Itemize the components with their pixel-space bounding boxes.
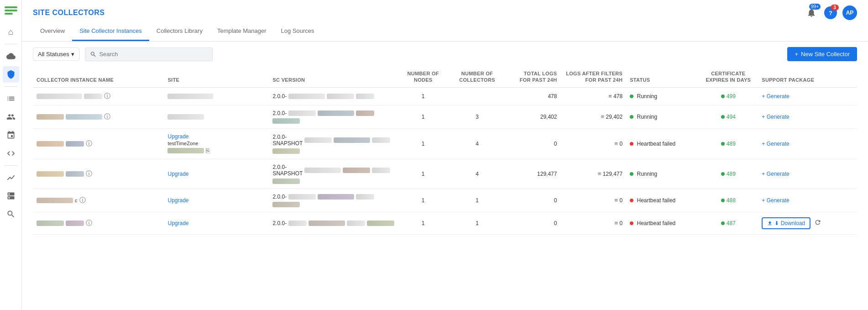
connector-icon[interactable] <box>3 127 19 143</box>
tabs: Overview Site Collector Instances Collec… <box>33 24 857 41</box>
status-dot-running <box>630 95 633 98</box>
code-icon[interactable] <box>3 145 19 162</box>
blurred-name2 <box>66 221 84 226</box>
cell-logs-after: ≡ 29,402 <box>560 105 626 128</box>
home-icon[interactable]: ⌂ <box>3 24 19 40</box>
table-row: ⓘ Upgrade 2.0.0-SNAPSHOT <box>33 159 857 189</box>
cell-collectors: 4 <box>446 159 508 189</box>
cell-name: ⓘ <box>33 105 164 128</box>
download-button[interactable]: ⬇ Download <box>762 217 810 229</box>
search-icon <box>90 51 97 58</box>
refresh-button[interactable] <box>812 217 823 230</box>
version-prefix: 2.0.0-SNAPSHOT <box>272 134 303 147</box>
search-input[interactable] <box>99 51 207 58</box>
help-count: 3 <box>831 5 839 11</box>
copy-icon[interactable]: ⎘ <box>206 147 209 154</box>
blurred-site2 <box>167 148 204 153</box>
version-prefix: 2.0.0- <box>272 93 287 100</box>
generate-button[interactable]: + Generate <box>762 93 853 100</box>
table-row: ⓘ 2.0.0- <box>33 105 857 128</box>
header-actions: 99+ ? 3 AP <box>804 5 857 20</box>
notification-count: 99+ <box>809 4 821 10</box>
cell-status: Running <box>626 105 698 128</box>
info-icon[interactable]: ⓘ <box>86 140 92 148</box>
generate-button[interactable]: + Generate <box>762 141 853 147</box>
col-header-nodes: NUMBER OF NODES <box>400 67 446 87</box>
upgrade-link[interactable]: Upgrade <box>167 171 265 177</box>
table-row: ⓘ 2.0.0- <box>33 87 857 105</box>
activity-icon[interactable] <box>3 169 19 186</box>
toolbar: All Statuses ▾ + New Site Collector <box>22 42 868 67</box>
divider <box>5 86 17 87</box>
database-icon[interactable] <box>3 188 19 204</box>
cell-site <box>164 87 269 105</box>
page-title: SITE COLLECTORS <box>33 9 105 17</box>
blurred-version4 <box>272 148 300 154</box>
cell-collectors: 4 <box>446 128 508 159</box>
search-sidebar-icon[interactable] <box>3 206 19 222</box>
cert-dot <box>721 199 725 202</box>
generate-button[interactable]: + Generate <box>762 171 853 177</box>
info-icon[interactable]: ⓘ <box>79 196 86 205</box>
cell-logs-after: ≡ 0 <box>560 212 626 234</box>
collectors-table: COLLECTOR INSTANCE NAME SITE SC VERSION … <box>33 67 857 235</box>
tab-site-collector-instances[interactable]: Site Collector Instances <box>72 24 149 41</box>
cert-dot <box>721 221 725 225</box>
table-row: c ⓘ Upgrade 2.0.0- <box>33 189 857 212</box>
help-button[interactable]: ? 3 <box>824 6 837 19</box>
blurred-version2 <box>327 94 354 99</box>
cell-logs-after: ≡ 0 <box>560 189 626 212</box>
tab-template-manager[interactable]: Template Manager <box>210 24 274 41</box>
blurred-version4 <box>272 179 300 184</box>
col-header-logs-after: LOGS AFTER FILTERS FOR PAST 24H <box>560 67 626 87</box>
blurred-name2 <box>66 114 102 120</box>
status-dot-failed <box>630 199 633 202</box>
shield-icon[interactable] <box>3 66 19 83</box>
notifications-button[interactable]: 99+ <box>804 5 819 20</box>
cell-collectors: 3 <box>446 105 508 128</box>
new-site-collector-button[interactable]: + New Site Collector <box>787 47 857 61</box>
cloud-icon[interactable] <box>3 48 19 64</box>
table-container: COLLECTOR INSTANCE NAME SITE SC VERSION … <box>22 67 868 310</box>
blurred-name2 <box>66 141 84 147</box>
tab-collectors-library[interactable]: Collectors Library <box>149 24 210 41</box>
upgrade-link[interactable]: Upgrade <box>167 197 265 204</box>
blurred-version2 <box>343 168 370 173</box>
blurred-name <box>37 198 73 203</box>
user-avatar[interactable]: AP <box>842 5 857 20</box>
generate-button[interactable]: + Generate <box>762 197 853 204</box>
blurred-version3 <box>356 94 374 99</box>
cell-version: 2.0.0-SNAPSHOT <box>269 159 400 189</box>
cell-nodes: 1 <box>400 87 446 105</box>
refresh-icon <box>814 219 821 226</box>
search-box <box>85 47 213 61</box>
blurred-version4 <box>367 221 394 226</box>
plus-icon: + <box>795 51 798 58</box>
info-icon[interactable]: ⓘ <box>104 113 110 121</box>
tab-log-sources[interactable]: Log Sources <box>274 24 322 41</box>
upgrade-link[interactable]: Upgrade <box>167 220 265 226</box>
col-header-total-logs: TOTAL LOGS FOR PAST 24H <box>508 67 560 87</box>
info-icon[interactable]: ⓘ <box>86 170 92 178</box>
upgrade-link[interactable]: Upgrade <box>167 133 265 140</box>
cell-name: ⓘ <box>33 212 164 234</box>
cell-name: ⓘ <box>33 87 164 105</box>
table-row: ⓘ Upgrade 2.0.0- <box>33 212 857 234</box>
divider <box>5 165 17 166</box>
blurred-name2 <box>66 171 84 177</box>
cell-support: + Generate <box>758 105 857 128</box>
tab-overview[interactable]: Overview <box>33 24 72 41</box>
version-prefix: 2.0.0- <box>272 194 287 200</box>
status-text: Running <box>637 171 658 177</box>
users-icon[interactable] <box>3 109 19 125</box>
logo-icon[interactable] <box>4 4 18 18</box>
list-icon[interactable] <box>3 90 19 107</box>
generate-button[interactable]: + Generate <box>762 114 853 120</box>
info-icon[interactable]: ⓘ <box>86 219 92 227</box>
col-header-status: STATUS <box>626 67 698 87</box>
col-header-cert: CERTIFICATE EXPIRES IN DAYS <box>698 67 758 87</box>
info-icon[interactable]: ⓘ <box>104 92 110 100</box>
status-filter-dropdown[interactable]: All Statuses ▾ <box>33 47 79 61</box>
cert-dot <box>721 115 725 119</box>
cell-cert: 488 <box>698 189 758 212</box>
